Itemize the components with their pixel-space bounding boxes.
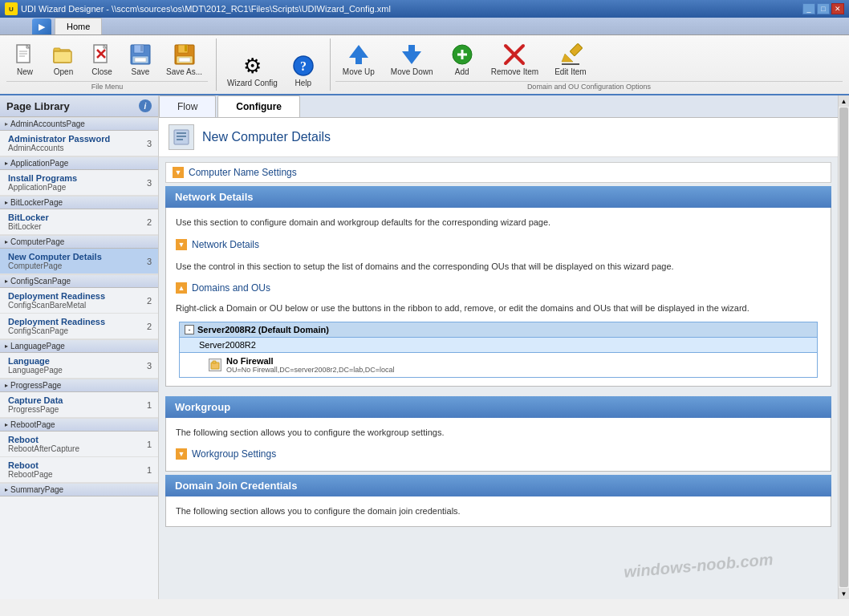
sidebar-item-reboot-1[interactable]: RebootRebootAfterCapture 1 (0, 432, 158, 457)
arrow-icon: ▸ (5, 160, 8, 167)
move-up-button[interactable]: Move Up (335, 38, 382, 79)
sidebar-info-icon[interactable]: i (139, 99, 152, 112)
svg-rect-33 (570, 43, 583, 56)
network-details-content: Use this section to configure domain and… (165, 208, 831, 387)
move-down-button[interactable]: Move Down (384, 38, 441, 79)
add-button-label: Add (455, 67, 469, 76)
svg-rect-38 (177, 136, 186, 137)
app-menu-button[interactable]: ▶ (32, 18, 51, 34)
close-button[interactable]: ✕ (831, 3, 844, 14)
expand-arrow-icon: ▲ (176, 282, 187, 294)
sidebar-content: ▸ AdminAccountsPage Administrator Passwo… (0, 117, 158, 599)
svg-marker-24 (349, 45, 368, 58)
domains-ous-header[interactable]: ▲ Domains and OUs (176, 279, 821, 297)
page-group-reboot: ▸ RebootPage RebootRebootAfterCapture 1 … (0, 418, 158, 483)
window-title: UDI Wizard Designer - \\sccm\sources\os\… (21, 4, 799, 14)
computer-name-settings-section: ▼ Computer Name Settings (165, 162, 831, 183)
group-header-adminaccounts: ▸ AdminAccountsPage (0, 117, 158, 131)
save-as-button-label: Save As... (166, 67, 202, 76)
expand-arrow-icon: ▼ (176, 239, 187, 250)
group-header-reboot: ▸ RebootPage (0, 418, 158, 432)
network-details-sub-label: Network Details (192, 239, 259, 250)
sidebar-item-deploy-readiness-2[interactable]: Deployment ReadinessConfigScanPage 2 (0, 314, 158, 339)
domain-sub-row: Server2008R2 (180, 338, 817, 353)
svg-rect-39 (177, 139, 183, 140)
computer-name-settings-header[interactable]: ▼ Computer Name Settings (166, 163, 831, 182)
tab-configure[interactable]: Configure (217, 95, 300, 117)
workgroup-settings-header[interactable]: ▼ Workgroup Settings (176, 445, 821, 463)
group-header-language: ▸ LanguagePage (0, 339, 158, 353)
sidebar-item-language[interactable]: LanguageLanguagePage 3 (0, 353, 158, 379)
svg-rect-19 (185, 45, 187, 51)
help-button-label: Help (295, 79, 312, 87)
expand-arrow-icon: ▼ (176, 448, 187, 460)
sidebar-title: Page Library (6, 100, 70, 112)
svg-rect-14 (140, 45, 143, 51)
ribbon-group-file: New Open Close Save (6, 38, 208, 91)
network-details-sub-description: Use the control in this section to setup… (176, 260, 821, 274)
network-details-sub-header[interactable]: ▼ Network Details (176, 236, 821, 253)
scroll-thumb[interactable] (839, 107, 848, 587)
tab-home[interactable]: Home (55, 18, 102, 34)
file-menu-group-label: File Menu (6, 81, 208, 91)
edit-item-button[interactable]: Edit Item (547, 38, 593, 79)
edit-item-label: Edit Item (554, 67, 586, 76)
domain-tree-row[interactable]: - Server2008R2 (Default Domain) (180, 322, 817, 338)
domain-join-section: Domain Join Credentials The following se… (165, 475, 831, 527)
sidebar-item-admin-password[interactable]: Administrator PasswordAdminAccounts 3 (0, 131, 158, 156)
svg-rect-21 (179, 58, 190, 62)
sidebar-item-install-programs[interactable]: Install ProgramsApplicationPage 3 (0, 170, 158, 196)
sidebar-item-new-computer-details[interactable]: New Computer DetailsComputerPage 3 (0, 249, 158, 274)
new-button-label: New (17, 67, 33, 76)
page-group-configscan: ▸ ConfigScanPage Deployment ReadinessCon… (0, 274, 158, 339)
page-group-bitlocker: ▸ BitLockerPage BitLockerBitLocker 2 (0, 196, 158, 235)
svg-rect-41 (213, 361, 216, 363)
ou-icon (209, 359, 221, 371)
sidebar-item-bitlocker[interactable]: BitLockerBitLocker 2 (0, 209, 158, 235)
workgroup-section: Workgroup The following section allows y… (165, 396, 831, 472)
add-button[interactable]: Add (442, 38, 482, 79)
scroll-up-button[interactable]: ▲ (839, 95, 849, 107)
arrow-icon: ▸ (5, 342, 8, 350)
group-header-summary: ▸ SummaryPage (0, 483, 158, 496)
sidebar-item-reboot-2[interactable]: RebootRebootPage 1 (0, 457, 158, 483)
ou-name: No Firewall (226, 356, 395, 366)
domain-tree: - Server2008R2 (Default Domain) Server20… (179, 322, 818, 378)
workgroup-description: The following section allows you to conf… (176, 426, 821, 440)
group-header-configscan: ▸ ConfigScanPage (0, 274, 158, 288)
new-button[interactable]: New (6, 38, 43, 79)
domains-ous-label: Domains and OUs (192, 282, 270, 294)
group-header-computer: ▸ ComputerPage (0, 235, 158, 249)
domain-tree-toggle[interactable]: - (185, 325, 194, 334)
close-ribbon-button-label: Close (91, 67, 112, 76)
network-details-section: Network Details Use this section to conf… (165, 186, 831, 387)
open-button[interactable]: Open (45, 38, 82, 79)
wizard-config-label: Wizard Config (227, 79, 278, 87)
sidebar-item-capture-data[interactable]: Capture DataProgressPage 1 (0, 392, 158, 418)
move-down-label: Move Down (391, 67, 433, 76)
svg-marker-27 (402, 51, 421, 64)
scroll-down-button[interactable]: ▼ (839, 588, 849, 599)
right-scrollbar[interactable]: ▲ ▼ (838, 95, 849, 599)
minimize-button[interactable]: _ (802, 3, 815, 14)
content-tabs: Flow Configure (159, 95, 838, 118)
domain-sub-name: Server2008R2 (199, 340, 256, 350)
help-button[interactable]: ? Help (285, 50, 322, 91)
remove-item-button[interactable]: Remove Item (484, 38, 546, 79)
close-ribbon-button[interactable]: Close (83, 38, 120, 79)
save-button-label: Save (132, 67, 150, 76)
domain-join-content: The following section allows you to conf… (165, 496, 831, 527)
save-button[interactable]: Save (122, 38, 159, 79)
ribbon-group-wizard: ⚙ Wizard Config ? Help (221, 50, 322, 91)
svg-rect-7 (54, 51, 71, 63)
page-group-progress: ▸ ProgressPage Capture DataProgressPage … (0, 379, 158, 418)
maximize-button[interactable]: □ (817, 3, 830, 14)
sidebar-item-deploy-readiness-1[interactable]: Deployment ReadinessConfigScanBareMetal … (0, 288, 158, 314)
domain-ou-group-label: Domain and OU Configuration Options (335, 81, 843, 91)
tab-flow[interactable]: Flow (159, 95, 216, 117)
save-as-button[interactable]: Save As... (160, 38, 208, 79)
network-details-description: Use this section to configure domain and… (176, 216, 821, 229)
move-up-label: Move Up (343, 67, 375, 76)
page-group-computer: ▸ ComputerPage New Computer DetailsCompu… (0, 235, 158, 274)
wizard-config-button[interactable]: ⚙ Wizard Config (221, 50, 283, 91)
